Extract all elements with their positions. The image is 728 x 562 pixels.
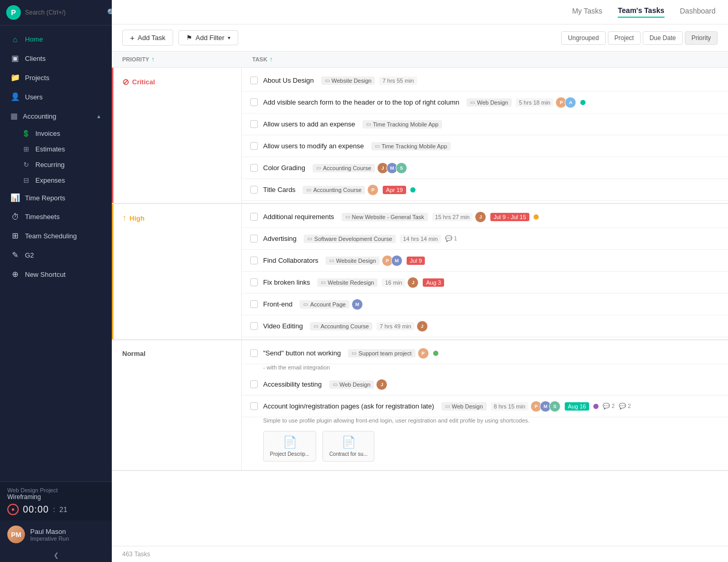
task-checkbox[interactable] xyxy=(250,349,258,357)
table-row: Add visible search form to the header or… xyxy=(242,92,728,113)
tab-teams-tasks[interactable]: Team's Tasks xyxy=(618,6,664,18)
task-checkbox[interactable] xyxy=(250,235,258,242)
sidebar-item-expenses[interactable]: ⊟ Expenses xyxy=(3,173,109,188)
search-input[interactable] xyxy=(25,9,103,16)
sidebar-item-recurring-label: Recurring xyxy=(35,161,64,169)
project-tag[interactable]: ▭Web Design xyxy=(329,380,374,389)
project-tag[interactable]: ▭Accounting Course xyxy=(313,164,375,172)
sidebar-item-clients[interactable]: ▣ Clients xyxy=(3,49,109,68)
project-icon: ▭ xyxy=(375,143,380,149)
task-name[interactable]: Title Cards xyxy=(263,186,295,194)
task-checkbox[interactable] xyxy=(250,142,258,150)
timesheets-icon: ⏱ xyxy=(10,212,20,221)
sidebar-item-invoices[interactable]: 💲 Invoices xyxy=(3,126,109,141)
sidebar-item-time-reports[interactable]: 📊 Time Reports xyxy=(3,188,109,207)
avatar-stack: P A xyxy=(557,97,576,108)
add-filter-button[interactable]: ⚑ Add Filter ▾ xyxy=(178,30,238,45)
sidebar-item-users[interactable]: 👤 Users xyxy=(3,87,109,106)
critical-label: Critical xyxy=(132,78,155,86)
avatar-stack: P M xyxy=(384,255,402,266)
user-profile[interactable]: PM Paul Mason Imperative Run xyxy=(0,520,112,548)
task-checkbox[interactable] xyxy=(250,98,258,106)
task-name[interactable]: "Send" button not working xyxy=(263,349,341,357)
sidebar-item-projects-label: Projects xyxy=(25,74,49,82)
project-tag[interactable]: ▭Website Design xyxy=(326,257,380,265)
task-checkbox[interactable] xyxy=(250,257,258,264)
tab-my-tasks[interactable]: My Tasks xyxy=(572,7,602,17)
sidebar-item-home[interactable]: ⌂ Home xyxy=(3,30,109,48)
priority-column-header: PRIORITY ↑ xyxy=(112,56,242,63)
time-badge: 7 hrs 55 min xyxy=(379,76,417,85)
project-icon: ▭ xyxy=(470,99,475,105)
project-tag[interactable]: ▭Web Design xyxy=(466,98,512,107)
sidebar-collapse-button[interactable]: ❮ xyxy=(0,548,112,562)
timer-stop-button[interactable]: ■ xyxy=(7,504,19,515)
task-checkbox[interactable] xyxy=(250,213,258,221)
task-name[interactable]: Video Editing xyxy=(263,322,303,330)
task-checkbox[interactable] xyxy=(250,76,258,84)
task-name[interactable]: Color Grading xyxy=(263,164,305,172)
top-navigation: My Tasks Team's Tasks Dashboard xyxy=(112,0,728,24)
task-name[interactable]: Advertising xyxy=(263,235,296,242)
task-checkbox[interactable] xyxy=(250,402,258,410)
group-project-button[interactable]: Project xyxy=(608,31,641,45)
user-role: Imperative Run xyxy=(30,535,69,542)
project-tag[interactable]: ▭Account Page xyxy=(300,300,349,309)
task-checkbox[interactable] xyxy=(250,380,258,388)
task-checkbox[interactable] xyxy=(250,322,258,330)
project-tag[interactable]: ▭Time Tracking Mobile App xyxy=(371,142,451,150)
task-name[interactable]: Accessibility testing xyxy=(263,380,322,388)
task-checkbox[interactable] xyxy=(250,300,258,308)
task-name[interactable]: Additional requirements xyxy=(263,213,334,221)
project-tag[interactable]: ▭Time Tracking Mobile App xyxy=(362,120,442,129)
attachment-card[interactable]: 📄 Project Descrip... xyxy=(263,431,316,462)
task-name[interactable]: Fix broken links xyxy=(263,278,310,286)
task-name[interactable]: Account login/registration pages (ask fo… xyxy=(263,402,434,410)
task-checkbox[interactable] xyxy=(250,278,258,286)
task-name[interactable]: Allow users to add an expense xyxy=(263,120,355,128)
task-name[interactable]: About Us Design xyxy=(263,76,314,84)
sidebar-item-recurring[interactable]: ↻ Recurring xyxy=(3,157,109,172)
task-name[interactable]: Allow users to modify an expense xyxy=(263,142,364,150)
add-task-button[interactable]: + Add Task xyxy=(122,30,173,46)
avatar: M xyxy=(391,255,402,266)
task-checkbox[interactable] xyxy=(250,186,258,194)
project-icon: ▭ xyxy=(314,323,318,329)
sidebar-item-g2[interactable]: ✎ G2 xyxy=(3,246,109,264)
group-priority-button[interactable]: Priority xyxy=(685,31,718,45)
task-name[interactable]: Front-end xyxy=(263,300,292,308)
avatar: A xyxy=(565,97,576,108)
project-tag[interactable]: ▭Accounting Course xyxy=(303,186,365,194)
project-tag[interactable]: ▭New Website - General Task xyxy=(342,213,428,221)
group-duedate-button[interactable]: Due Date xyxy=(643,31,683,45)
status-dot xyxy=(433,351,438,356)
sidebar-item-timesheets-label: Timesheets xyxy=(25,213,60,221)
task-name[interactable]: Find Collaborators xyxy=(263,257,318,264)
project-tag[interactable]: ▭Website Redesign xyxy=(317,278,378,287)
project-tag[interactable]: ▭Software Development Course xyxy=(304,235,396,243)
sidebar-item-estimates[interactable]: ⊞ Estimates xyxy=(3,142,109,157)
sidebar-item-team-scheduling[interactable]: ⊞ Team Scheduling xyxy=(3,226,109,245)
table-row: Additional requirements ▭New Website - G… xyxy=(242,206,728,228)
sidebar-item-projects[interactable]: 📁 Projects xyxy=(3,68,109,87)
accounting-icon: ▦ xyxy=(10,111,18,121)
project-tag[interactable]: ▭Accounting Course xyxy=(310,322,372,330)
task-checkbox[interactable] xyxy=(250,164,258,172)
sidebar-item-accounting[interactable]: ▦ Accounting ▲ xyxy=(3,107,109,125)
project-tag[interactable]: ▭Website Design xyxy=(321,76,375,85)
attachment-card[interactable]: 📄 Contract for su... xyxy=(322,431,374,462)
group-ungrouped-button[interactable]: Ungrouped xyxy=(561,31,605,45)
avatar: J xyxy=(376,379,387,390)
tab-dashboard[interactable]: Dashboard xyxy=(680,7,716,17)
task-name[interactable]: Add visible search form to the header or… xyxy=(263,98,459,106)
table-row: Advertising ▭Software Development Course… xyxy=(242,228,728,250)
pdf-icon: 📄 xyxy=(342,436,356,449)
sidebar-item-new-shortcut[interactable]: ⊕ New Shortcut xyxy=(3,265,109,284)
task-checkbox[interactable] xyxy=(250,120,258,128)
project-tag[interactable]: ▭Web Design xyxy=(441,402,487,411)
project-tag[interactable]: ▭Support team project xyxy=(348,349,415,357)
table-row: Color Grading ▭Accounting Course J M S xyxy=(242,157,728,179)
sidebar-item-timesheets[interactable]: ⏱ Timesheets xyxy=(3,208,109,226)
avatar-stack: J xyxy=(419,321,428,332)
attachments-row: 📄 Project Descrip... 📄 Contract for su..… xyxy=(242,427,728,468)
